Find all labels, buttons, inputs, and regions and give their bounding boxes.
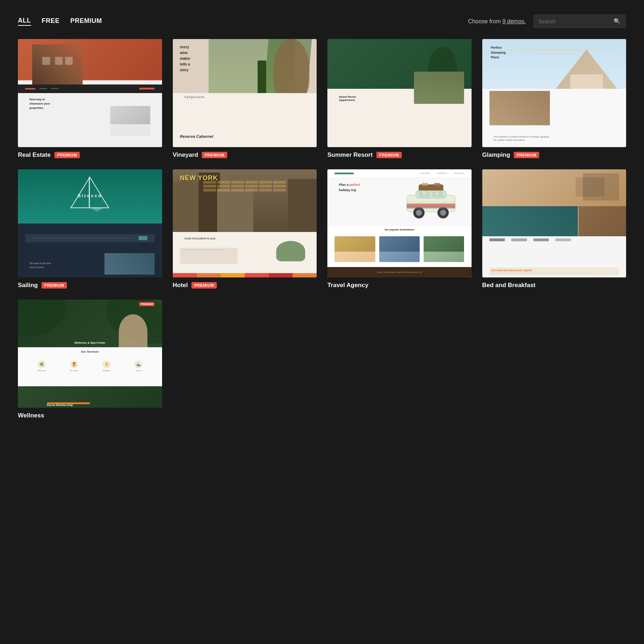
premium-badge-sailing: PREMIUM (42, 282, 67, 289)
svg-rect-5 (434, 183, 440, 186)
svg-point-13 (440, 210, 446, 216)
card-title-glamping: Glamping (482, 151, 510, 159)
card-thumbnail-travel-agency: Plan a perfectholiday trip (327, 169, 472, 277)
card-label-wellness: Wellness (18, 412, 162, 419)
card-bed-and-breakfast[interactable]: VACUUM PER DIEM ANTE LIBERO Bed and Brea… (482, 169, 626, 289)
card-label-bed-and-breakfast: Bed and Breakfast (482, 282, 626, 289)
card-wellness[interactable]: Wellness & Spa Center PREMIUM Our Servic… (18, 300, 162, 419)
svg-rect-4 (422, 183, 428, 186)
premium-badge-vineyard: PREMIUM (202, 152, 227, 158)
premium-badge-real-estate: PREMIUM (54, 152, 80, 158)
nav-tabs: ALL FREE PREMIUM (18, 17, 102, 26)
card-label-real-estate: Real Estate PREMIUM (18, 151, 162, 159)
demos-link[interactable]: 9 demos. (502, 18, 526, 24)
card-thumbnail-hotel: NEW YORK YOUR FAVOURITE PLACE (173, 169, 317, 277)
card-title-travel-agency: Travel Agency (327, 282, 369, 289)
card-label-summer-resort: Summer Resort PREMIUM (327, 151, 472, 159)
premium-badge-summer-resort: PREMIUM (376, 152, 402, 158)
card-glamping[interactable]: PerfectGlampingPlace This campsite is a … (482, 39, 626, 159)
search-icon: 🔍 (614, 18, 621, 25)
card-thumbnail-vineyard: everywinemakertells astory Sangiovese Re… (173, 39, 317, 147)
svg-rect-14 (407, 201, 455, 204)
card-label-hotel: Hotel PREMIUM (173, 282, 317, 289)
tab-free[interactable]: FREE (42, 17, 60, 25)
header-right: Choose from 9 demos. 🔍 (468, 14, 626, 28)
tab-premium[interactable]: PREMIUM (70, 17, 102, 25)
demos-text: Choose from 9 demos. (468, 18, 526, 25)
search-box[interactable]: 🔍 (533, 14, 626, 28)
svg-rect-18 (407, 207, 455, 208)
svg-point-11 (416, 210, 422, 216)
card-title-summer-resort: Summer Resort (327, 151, 373, 159)
tab-all[interactable]: ALL (18, 17, 31, 26)
card-summer-resort[interactable]: Welcome to our Piña Colada hotel Sweet R… (327, 39, 472, 159)
svg-point-15 (422, 191, 426, 195)
header: ALL FREE PREMIUM Choose from 9 demos. 🔍 (7, 7, 637, 39)
card-label-sailing: Sailing PREMIUM (18, 282, 162, 289)
card-title-hotel: Hotel (173, 282, 188, 289)
card-hotel[interactable]: NEW YORK YOUR FAVOURITE PLACE (173, 169, 317, 289)
card-travel-agency[interactable]: Plan a perfectholiday trip (327, 169, 472, 289)
svg-point-16 (435, 191, 439, 195)
card-thumbnail-glamping: PerfectGlampingPlace This campsite is a … (482, 39, 626, 147)
card-title-wellness: Wellness (18, 412, 44, 419)
card-label-vineyard: Vineyard PREMIUM (173, 151, 317, 159)
premium-badge-hotel: PREMIUM (191, 282, 217, 289)
card-label-travel-agency: Travel Agency (327, 282, 472, 289)
card-title-bed-and-breakfast: Bed and Breakfast (482, 282, 536, 289)
card-thumbnail-real-estate: New way toshowcase yourpropreties (18, 39, 162, 147)
svg-marker-2 (90, 208, 104, 212)
card-title-vineyard: Vineyard (173, 151, 199, 159)
card-vineyard[interactable]: everywinemakertells astory Sangiovese Re… (173, 39, 317, 159)
card-sailing[interactable]: Sirocco We have boats thatcarry dreams S (18, 169, 162, 289)
card-label-glamping: Glamping PREMIUM (482, 151, 626, 159)
card-thumbnail-sailing: Sirocco We have boats thatcarry dreams (18, 169, 162, 277)
card-thumbnail-summer-resort: Welcome to our Piña Colada hotel Sweet R… (327, 39, 472, 147)
demo-grid: New way toshowcase yourpropreties Real E… (7, 39, 637, 434)
card-title-sailing: Sailing (18, 282, 38, 289)
card-real-estate[interactable]: New way toshowcase yourpropreties Real E… (18, 39, 162, 159)
card-thumbnail-bed-and-breakfast: VACUUM PER DIEM ANTE LIBERO (482, 169, 626, 277)
svg-rect-1 (89, 177, 90, 208)
premium-badge-glamping: PREMIUM (514, 152, 539, 158)
card-title-real-estate: Real Estate (18, 151, 51, 159)
search-input[interactable] (538, 18, 610, 24)
card-thumbnail-wellness: Wellness & Spa Center PREMIUM Our Servic… (18, 300, 162, 408)
